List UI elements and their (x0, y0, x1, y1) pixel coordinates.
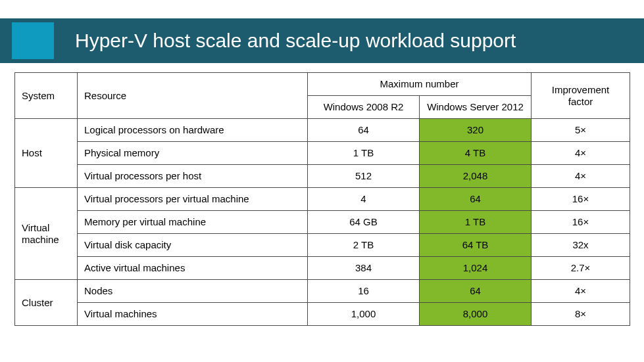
win2012-cell: 1,024 (420, 257, 532, 280)
resource-cell: Virtual processors per virtual machine (78, 188, 308, 211)
win2012-cell: 8,000 (420, 303, 532, 326)
table-row: Memory per virtual machine64 GB1 TB16× (15, 211, 630, 234)
comparison-table: System Resource Maximum number Improveme… (14, 72, 630, 326)
resource-cell: Nodes (78, 280, 308, 303)
win2012-cell: 1 TB (420, 211, 532, 234)
table-row: Active virtual machines3841,0242.7× (15, 257, 630, 280)
table-row: Physical memory1 TB4 TB4× (15, 142, 630, 165)
improvement-cell: 4× (532, 280, 630, 303)
col-win2012: Windows Server 2012 (420, 96, 532, 119)
accent-square-icon (12, 22, 54, 59)
resource-cell: Logical processors on hardware (78, 119, 308, 142)
improvement-cell: 16× (532, 188, 630, 211)
resource-cell: Virtual machines (78, 303, 308, 326)
win2012-cell: 2,048 (420, 165, 532, 188)
resource-cell: Memory per virtual machine (78, 211, 308, 234)
title-bar: Hyper-V host scale and scale-up workload… (0, 18, 644, 63)
col-system: System (15, 73, 78, 119)
system-cell: Host (15, 119, 78, 188)
improvement-cell: 8× (532, 303, 630, 326)
table-row: Virtual disk capacity2 TB64 TB32x (15, 234, 630, 257)
col-improvement: Improvement factor (532, 73, 630, 119)
comparison-table-wrap: System Resource Maximum number Improveme… (14, 72, 630, 326)
improvement-cell: 4× (532, 142, 630, 165)
resource-cell: Physical memory (78, 142, 308, 165)
improvement-cell: 32x (532, 234, 630, 257)
table-row: Virtual machineVirtual processors per vi… (15, 188, 630, 211)
win2012-cell: 64 (420, 188, 532, 211)
win2012-cell: 64 TB (420, 234, 532, 257)
table-row: Virtual machines1,0008,0008× (15, 303, 630, 326)
win2008-cell: 512 (308, 165, 420, 188)
improvement-cell: 2.7× (532, 257, 630, 280)
system-cell: Virtual machine (15, 188, 78, 280)
improvement-cell: 16× (532, 211, 630, 234)
win2008-cell: 1 TB (308, 142, 420, 165)
win2008-cell: 16 (308, 280, 420, 303)
win2008-cell: 4 (308, 188, 420, 211)
win2008-cell: 1,000 (308, 303, 420, 326)
col-max-number: Maximum number (308, 73, 532, 96)
table-row: ClusterNodes16644× (15, 280, 630, 303)
resource-cell: Active virtual machines (78, 257, 308, 280)
resource-cell: Virtual disk capacity (78, 234, 308, 257)
table-row: Virtual processors per host5122,0484× (15, 165, 630, 188)
page-title: Hyper-V host scale and scale-up workload… (75, 30, 516, 52)
improvement-cell: 5× (532, 119, 630, 142)
win2008-cell: 2 TB (308, 234, 420, 257)
header-row-1: System Resource Maximum number Improveme… (15, 73, 630, 96)
improvement-cell: 4× (532, 165, 630, 188)
table-body: HostLogical processors on hardware643205… (15, 119, 630, 326)
resource-cell: Virtual processors per host (78, 165, 308, 188)
win2008-cell: 64 GB (308, 211, 420, 234)
table-row: HostLogical processors on hardware643205… (15, 119, 630, 142)
col-win2008: Windows 2008 R2 (308, 96, 420, 119)
system-cell: Cluster (15, 280, 78, 326)
win2008-cell: 384 (308, 257, 420, 280)
win2012-cell: 320 (420, 119, 532, 142)
win2012-cell: 64 (420, 280, 532, 303)
win2008-cell: 64 (308, 119, 420, 142)
win2012-cell: 4 TB (420, 142, 532, 165)
col-resource: Resource (78, 73, 308, 119)
